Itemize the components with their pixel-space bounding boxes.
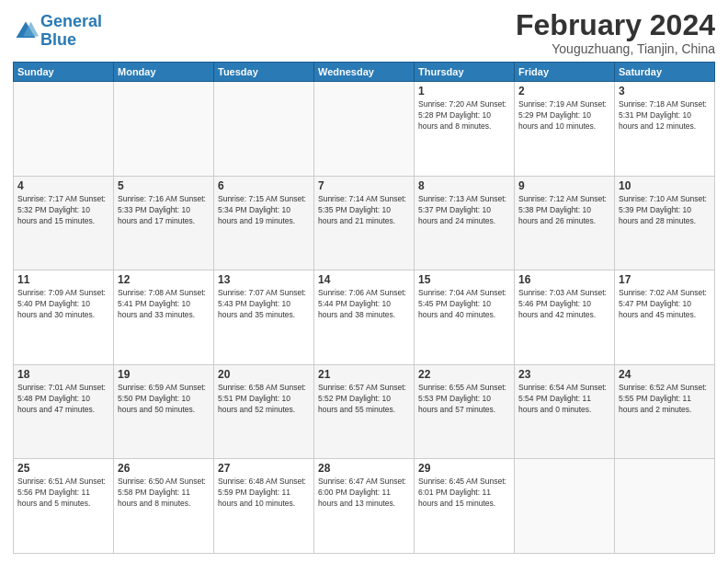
calendar-cell: 15Sunrise: 7:04 AM Sunset: 5:45 PM Dayli… xyxy=(415,270,515,365)
day-info: Sunrise: 7:01 AM Sunset: 5:48 PM Dayligh… xyxy=(17,383,109,416)
calendar-cell: 5Sunrise: 7:16 AM Sunset: 5:33 PM Daylig… xyxy=(114,176,214,270)
calendar-cell: 6Sunrise: 7:15 AM Sunset: 5:34 PM Daylig… xyxy=(214,176,314,270)
day-info: Sunrise: 6:55 AM Sunset: 5:53 PM Dayligh… xyxy=(418,383,510,416)
day-info: Sunrise: 7:08 AM Sunset: 5:41 PM Dayligh… xyxy=(118,288,210,321)
day-info: Sunrise: 7:07 AM Sunset: 5:43 PM Dayligh… xyxy=(218,288,310,321)
day-number: 4 xyxy=(17,179,109,192)
day-number: 5 xyxy=(118,179,210,192)
day-info: Sunrise: 6:47 AM Sunset: 6:00 PM Dayligh… xyxy=(318,477,410,510)
calendar-cell: 20Sunrise: 6:58 AM Sunset: 5:51 PM Dayli… xyxy=(214,364,314,459)
day-number: 1 xyxy=(418,85,510,98)
day-info: Sunrise: 7:18 AM Sunset: 5:31 PM Dayligh… xyxy=(619,99,711,132)
calendar-cell: 4Sunrise: 7:17 AM Sunset: 5:32 PM Daylig… xyxy=(14,176,114,270)
day-number: 8 xyxy=(418,179,510,192)
calendar-title: February 2024 xyxy=(516,9,715,41)
weekday-header-wednesday: Wednesday xyxy=(314,63,415,82)
day-number: 6 xyxy=(218,179,310,192)
day-number: 13 xyxy=(218,273,310,286)
day-number: 14 xyxy=(318,273,410,286)
day-info: Sunrise: 7:19 AM Sunset: 5:29 PM Dayligh… xyxy=(518,99,610,132)
page: General Blue February 2024 Youguzhuang, … xyxy=(0,0,728,563)
logo-text: General Blue xyxy=(40,13,102,50)
calendar-cell: 23Sunrise: 6:54 AM Sunset: 5:54 PM Dayli… xyxy=(515,364,615,459)
day-info: Sunrise: 7:17 AM Sunset: 5:32 PM Dayligh… xyxy=(17,194,109,227)
day-info: Sunrise: 7:14 AM Sunset: 5:35 PM Dayligh… xyxy=(318,194,410,227)
calendar-subtitle: Youguzhuang, Tianjin, China xyxy=(516,41,715,56)
day-info: Sunrise: 6:50 AM Sunset: 5:58 PM Dayligh… xyxy=(118,477,210,510)
day-info: Sunrise: 7:12 AM Sunset: 5:38 PM Dayligh… xyxy=(518,194,610,227)
calendar-cell: 9Sunrise: 7:12 AM Sunset: 5:38 PM Daylig… xyxy=(515,176,615,270)
calendar-cell xyxy=(114,82,214,177)
day-info: Sunrise: 6:54 AM Sunset: 5:54 PM Dayligh… xyxy=(518,383,610,416)
day-number: 17 xyxy=(619,273,711,286)
day-number: 20 xyxy=(218,368,310,381)
calendar-cell: 19Sunrise: 6:59 AM Sunset: 5:50 PM Dayli… xyxy=(114,364,214,459)
calendar-cell: 8Sunrise: 7:13 AM Sunset: 5:37 PM Daylig… xyxy=(415,176,515,270)
day-info: Sunrise: 6:45 AM Sunset: 6:01 PM Dayligh… xyxy=(418,477,510,510)
day-number: 12 xyxy=(118,273,210,286)
weekday-header-row: SundayMondayTuesdayWednesdayThursdayFrid… xyxy=(14,63,715,82)
day-number: 7 xyxy=(318,179,410,192)
day-number: 19 xyxy=(118,368,210,381)
calendar-cell: 25Sunrise: 6:51 AM Sunset: 5:56 PM Dayli… xyxy=(14,459,114,554)
calendar-cell: 17Sunrise: 7:02 AM Sunset: 5:47 PM Dayli… xyxy=(615,270,715,365)
day-number: 26 xyxy=(118,462,210,475)
calendar-cell xyxy=(14,82,114,177)
calendar-cell xyxy=(314,82,415,177)
day-info: Sunrise: 6:57 AM Sunset: 5:52 PM Dayligh… xyxy=(318,383,410,416)
day-info: Sunrise: 7:06 AM Sunset: 5:44 PM Dayligh… xyxy=(318,288,410,321)
calendar-cell: 26Sunrise: 6:50 AM Sunset: 5:58 PM Dayli… xyxy=(114,459,214,554)
day-number: 18 xyxy=(17,368,109,381)
day-info: Sunrise: 7:10 AM Sunset: 5:39 PM Dayligh… xyxy=(619,194,711,227)
week-row-5: 25Sunrise: 6:51 AM Sunset: 5:56 PM Dayli… xyxy=(14,459,715,554)
weekday-header-tuesday: Tuesday xyxy=(214,63,314,82)
calendar-cell: 16Sunrise: 7:03 AM Sunset: 5:46 PM Dayli… xyxy=(515,270,615,365)
day-number: 25 xyxy=(17,462,109,475)
title-block: February 2024 Youguzhuang, Tianjin, Chin… xyxy=(516,9,715,56)
day-number: 23 xyxy=(518,368,610,381)
day-number: 24 xyxy=(619,368,711,381)
day-number: 16 xyxy=(518,273,610,286)
calendar-cell: 12Sunrise: 7:08 AM Sunset: 5:41 PM Dayli… xyxy=(114,270,214,365)
day-info: Sunrise: 6:51 AM Sunset: 5:56 PM Dayligh… xyxy=(17,477,109,510)
day-number: 2 xyxy=(518,85,610,98)
calendar-cell: 21Sunrise: 6:57 AM Sunset: 5:52 PM Dayli… xyxy=(314,364,415,459)
day-info: Sunrise: 7:09 AM Sunset: 5:40 PM Dayligh… xyxy=(17,288,109,321)
calendar-cell xyxy=(214,82,314,177)
day-number: 22 xyxy=(418,368,510,381)
week-row-1: 1Sunrise: 7:20 AM Sunset: 5:28 PM Daylig… xyxy=(14,82,715,177)
day-info: Sunrise: 7:03 AM Sunset: 5:46 PM Dayligh… xyxy=(518,288,610,321)
day-number: 29 xyxy=(418,462,510,475)
weekday-header-thursday: Thursday xyxy=(415,63,515,82)
day-info: Sunrise: 7:04 AM Sunset: 5:45 PM Dayligh… xyxy=(418,288,510,321)
calendar-cell: 1Sunrise: 7:20 AM Sunset: 5:28 PM Daylig… xyxy=(415,82,515,177)
day-number: 28 xyxy=(318,462,410,475)
day-number: 3 xyxy=(619,85,711,98)
logo-icon xyxy=(13,18,39,44)
calendar-cell: 13Sunrise: 7:07 AM Sunset: 5:43 PM Dayli… xyxy=(214,270,314,365)
day-number: 9 xyxy=(518,179,610,192)
day-number: 10 xyxy=(619,179,711,192)
calendar-cell: 11Sunrise: 7:09 AM Sunset: 5:40 PM Dayli… xyxy=(14,270,114,365)
day-info: Sunrise: 6:58 AM Sunset: 5:51 PM Dayligh… xyxy=(218,383,310,416)
day-info: Sunrise: 7:20 AM Sunset: 5:28 PM Dayligh… xyxy=(418,99,510,132)
calendar-cell xyxy=(615,459,715,554)
calendar-cell: 2Sunrise: 7:19 AM Sunset: 5:29 PM Daylig… xyxy=(515,82,615,177)
calendar-cell: 10Sunrise: 7:10 AM Sunset: 5:39 PM Dayli… xyxy=(615,176,715,270)
calendar-cell: 29Sunrise: 6:45 AM Sunset: 6:01 PM Dayli… xyxy=(415,459,515,554)
day-number: 27 xyxy=(218,462,310,475)
week-row-3: 11Sunrise: 7:09 AM Sunset: 5:40 PM Dayli… xyxy=(14,270,715,365)
calendar-cell xyxy=(515,459,615,554)
day-number: 15 xyxy=(418,273,510,286)
day-info: Sunrise: 7:13 AM Sunset: 5:37 PM Dayligh… xyxy=(418,194,510,227)
day-info: Sunrise: 6:59 AM Sunset: 5:50 PM Dayligh… xyxy=(118,383,210,416)
day-info: Sunrise: 7:15 AM Sunset: 5:34 PM Dayligh… xyxy=(218,194,310,227)
calendar-cell: 18Sunrise: 7:01 AM Sunset: 5:48 PM Dayli… xyxy=(14,364,114,459)
day-info: Sunrise: 6:52 AM Sunset: 5:55 PM Dayligh… xyxy=(619,383,711,416)
day-number: 11 xyxy=(17,273,109,286)
weekday-header-saturday: Saturday xyxy=(615,63,715,82)
weekday-header-monday: Monday xyxy=(114,63,214,82)
calendar-table: SundayMondayTuesdayWednesdayThursdayFrid… xyxy=(13,62,715,554)
calendar-cell: 3Sunrise: 7:18 AM Sunset: 5:31 PM Daylig… xyxy=(615,82,715,177)
calendar-cell: 7Sunrise: 7:14 AM Sunset: 5:35 PM Daylig… xyxy=(314,176,415,270)
